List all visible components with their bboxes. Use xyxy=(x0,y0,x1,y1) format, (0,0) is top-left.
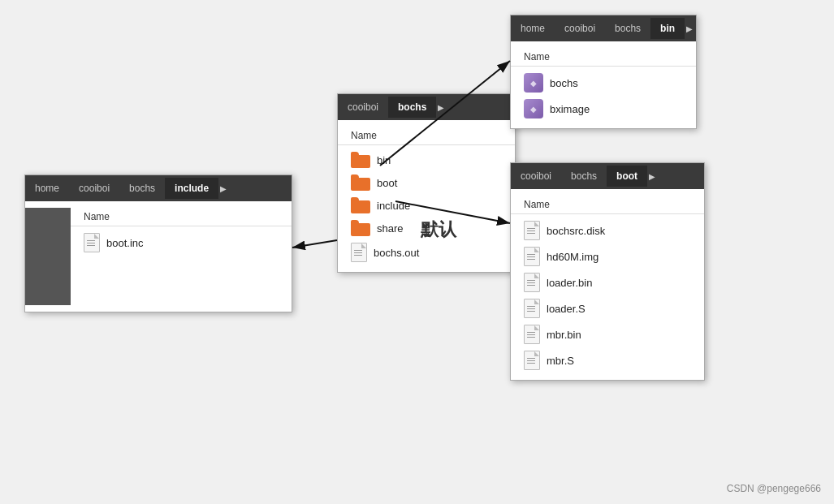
item-name: share xyxy=(377,222,404,235)
bochs-column-header: Name xyxy=(338,127,515,145)
list-item[interactable]: bochsrc.disk xyxy=(511,218,704,243)
nav-home[interactable]: home xyxy=(25,178,69,199)
item-name: bximage xyxy=(550,103,590,115)
nav-bochs[interactable]: bochs xyxy=(561,166,607,187)
bin-content: Name bochs bximage xyxy=(511,41,696,128)
list-item[interactable]: bochs.out xyxy=(338,239,515,265)
nav-bochs[interactable]: bochs xyxy=(119,178,165,199)
item-name: bochsrc.disk xyxy=(547,225,605,237)
app-icon xyxy=(524,99,543,118)
item-name: mbr.S xyxy=(547,355,574,367)
nav-bin[interactable]: bin xyxy=(650,18,685,39)
list-item[interactable]: loader.S xyxy=(511,295,704,321)
list-item[interactable]: mbr.bin xyxy=(511,321,704,347)
include-navbar: home cooiboi bochs include ▶ xyxy=(25,175,292,201)
watermark: CSDN @pengege666 xyxy=(727,483,821,494)
list-item[interactable]: hd60M.img xyxy=(511,243,704,269)
item-name: hd60M.img xyxy=(547,251,598,263)
file-icon xyxy=(84,233,100,252)
item-name: bin xyxy=(377,154,391,166)
file-icon xyxy=(524,221,540,240)
bin-column-header: Name xyxy=(511,48,696,67)
nav-bochs[interactable]: bochs xyxy=(388,97,436,118)
list-item[interactable]: boot.inc xyxy=(71,230,292,256)
nav-cooiboi[interactable]: cooiboi xyxy=(511,166,561,187)
item-name: include xyxy=(377,200,410,212)
bochs-content: Name bin boot include share bochs.out xyxy=(338,120,515,272)
list-item[interactable]: boot xyxy=(338,171,515,194)
boot-content: Name bochsrc.disk hd60M.img loader.bin l… xyxy=(511,189,704,380)
list-item[interactable]: bximage xyxy=(511,96,696,122)
item-name: bochs xyxy=(550,77,578,89)
list-item[interactable]: loader.bin xyxy=(511,269,704,295)
item-name: mbr.bin xyxy=(547,329,581,341)
folder-icon xyxy=(351,152,370,168)
include-main: Name boot.inc xyxy=(71,208,292,305)
bin-navbar: home cooiboi bochs bin ▶ xyxy=(511,15,696,41)
nav-cooiboi[interactable]: cooiboi xyxy=(69,178,119,199)
bochs-navbar: cooiboi bochs ▶ xyxy=(338,94,515,120)
include-column-header: Name xyxy=(71,208,292,226)
bochs-window: cooiboi bochs ▶ Name bin boot include sh… xyxy=(337,93,516,273)
folder-icon xyxy=(351,197,370,213)
folder-icon xyxy=(351,220,370,236)
list-item[interactable]: bin xyxy=(338,149,515,171)
item-name: loader.bin xyxy=(547,277,592,289)
folder-icon xyxy=(351,174,370,191)
include-window: home cooiboi bochs include ▶ Name boot.i… xyxy=(24,174,292,312)
nav-cooiboi[interactable]: cooiboi xyxy=(555,18,605,39)
item-name: loader.S xyxy=(547,303,586,315)
list-item[interactable]: bochs xyxy=(511,70,696,96)
nav-boot[interactable]: boot xyxy=(607,166,647,187)
svg-line-2 xyxy=(292,240,337,248)
boot-column-header: Name xyxy=(511,196,704,214)
default-label: 默认 xyxy=(421,218,456,242)
item-name: boot xyxy=(377,177,397,189)
file-icon xyxy=(351,243,367,262)
boot-navbar: cooiboi bochs boot ▶ xyxy=(511,163,704,189)
boot-window: cooiboi bochs boot ▶ Name bochsrc.disk h… xyxy=(510,162,705,381)
nav-include[interactable]: include xyxy=(165,178,218,199)
include-sidebar xyxy=(25,208,71,305)
list-item[interactable]: include xyxy=(338,194,515,217)
item-name: boot.inc xyxy=(106,237,144,249)
nav-home[interactable]: home xyxy=(511,18,555,39)
nav-cooiboi[interactable]: cooiboi xyxy=(338,97,388,118)
file-icon xyxy=(524,247,540,266)
file-icon xyxy=(524,325,540,344)
file-icon xyxy=(524,299,540,318)
list-item[interactable]: mbr.S xyxy=(511,347,704,373)
app-icon xyxy=(524,73,543,93)
file-icon xyxy=(524,351,540,370)
nav-bochs[interactable]: bochs xyxy=(605,18,650,39)
include-content: Name boot.inc xyxy=(25,201,292,312)
file-icon xyxy=(524,273,540,292)
bin-window: home cooiboi bochs bin ▶ Name bochs bxim… xyxy=(510,15,697,129)
item-name: bochs.out xyxy=(374,247,419,259)
